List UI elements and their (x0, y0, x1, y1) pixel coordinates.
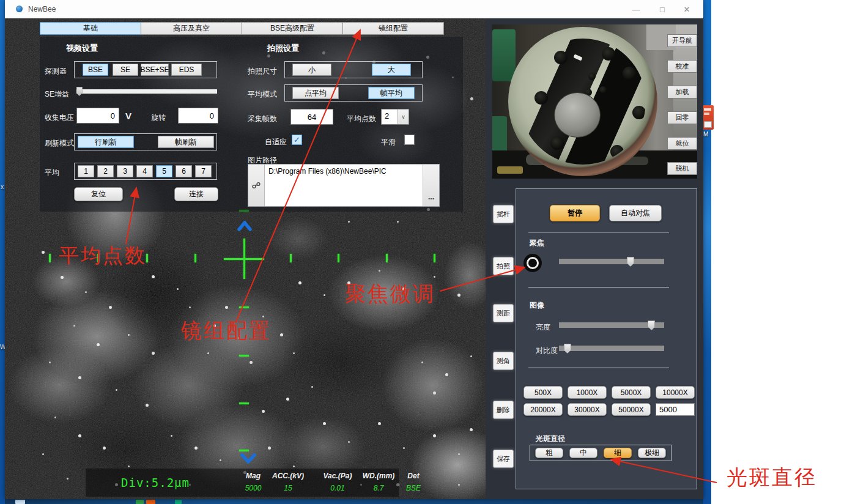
video-settings-title: 视频设置 (66, 43, 98, 54)
mag-5000x-button[interactable]: 5000X (612, 386, 651, 399)
window-title: NewBee (28, 5, 56, 13)
reset-button[interactable]: 复位 (74, 187, 123, 201)
browse-button[interactable]: ... (423, 165, 439, 206)
pause-button[interactable]: 暂停 (550, 205, 600, 221)
annotation-spot-diameter: 光斑直径 (727, 464, 817, 492)
status-col-det: DetBSE (401, 469, 426, 497)
stage-hole (550, 136, 564, 150)
brightness-slider[interactable] (559, 320, 664, 331)
detector-eds-button[interactable]: EDS (171, 64, 202, 76)
tool-joystick-button[interactable]: 摇杆 (493, 205, 514, 223)
nav-open-button[interactable]: 开导航 (667, 34, 697, 47)
settings-panel: 视频设置 探测器 BSE SE BSE+SE EDS SE增益 收集电压 0 V… (40, 37, 463, 212)
average-1-button[interactable]: 1 (78, 165, 94, 177)
mag-20000x-button[interactable]: 20000X (523, 403, 563, 416)
se-gain-slider[interactable] (76, 86, 217, 97)
average-6-button[interactable]: 6 (176, 165, 192, 177)
config-tabs: 基础 高压及真空 BSE高级配置 镜组配置 (40, 22, 443, 35)
tab-basic[interactable]: 基础 (40, 22, 141, 35)
maximize-button[interactable]: □ (652, 0, 673, 18)
spot-fine-button[interactable]: 细 (604, 448, 632, 458)
adaptive-checkbox[interactable]: ✓ (292, 135, 302, 145)
spot-diameter-label: 光斑直径 (536, 434, 565, 444)
status-col-vac: Vac.(Pa)0.01 (320, 469, 355, 497)
image-section-label: 图像 (530, 300, 544, 311)
average-7-button[interactable]: 7 (195, 165, 212, 177)
nav-inposition-button[interactable]: 就位 (667, 137, 697, 150)
stage-hole (599, 86, 607, 94)
frames-label: 采集帧数 (248, 114, 277, 124)
brightness-label: 亮度 (536, 322, 550, 333)
tool-snapshot-button[interactable]: 拍照 (493, 257, 514, 275)
nav-offline-button[interactable]: 脱机 (667, 162, 697, 175)
autofocus-button[interactable]: 自动对焦 (609, 205, 662, 221)
chevron-down-icon[interactable]: ∨ (398, 109, 409, 124)
stage-hole (602, 47, 615, 61)
close-button[interactable]: ✕ (676, 0, 697, 18)
focus-slider[interactable] (559, 256, 664, 267)
connect-button[interactable]: 连接 (174, 187, 218, 201)
mag-value-input[interactable]: 5000 (656, 403, 695, 416)
tab-hv-vacuum[interactable]: 高压及真空 (141, 22, 242, 35)
taskbar-icon[interactable] (136, 500, 144, 504)
right-panel: 开导航 校准 加载 回零 就位 脱机 摇杆 拍照 测距 测角 删除 保存 暂停 … (486, 18, 703, 499)
mag-500x-button[interactable]: 500X (523, 386, 563, 399)
path-value[interactable]: D:\Program Files (x86)\NewBee\PIC (264, 165, 423, 206)
size-large-button[interactable]: 大 (372, 64, 411, 76)
refresh-frame-button[interactable]: 帧刷新 (158, 136, 214, 148)
taskbar-icon[interactable] (146, 500, 155, 504)
spot-coarse-button[interactable]: 粗 (535, 448, 563, 458)
refresh-line-button[interactable]: 行刷新 (78, 136, 134, 148)
frames-input[interactable]: 64 (290, 109, 333, 125)
ruler-dash (239, 450, 249, 451)
mag-50000x-button[interactable]: 50000X (612, 403, 651, 416)
collect-voltage-input[interactable]: 0 (76, 108, 119, 124)
divider (528, 368, 669, 368)
average-4-button[interactable]: 4 (136, 165, 153, 177)
stage-hole (632, 106, 646, 119)
tool-delete-button[interactable]: 删除 (493, 401, 514, 419)
focus-label: 聚焦 (530, 238, 544, 248)
average-3-button[interactable]: 3 (117, 165, 133, 177)
mag-10000x-button[interactable]: 10000X (656, 386, 695, 399)
detector-se-button[interactable]: SE (113, 64, 138, 76)
taskbar-icon[interactable] (175, 500, 182, 504)
average-2-button[interactable]: 2 (97, 165, 114, 177)
detector-bse-se-button[interactable]: BSE+SE (141, 64, 169, 76)
tool-save-button[interactable]: 保存 (493, 450, 514, 468)
minimize-button[interactable]: — (626, 0, 646, 18)
mag-1000x-button[interactable]: 1000X (568, 386, 607, 399)
tab-bse-advanced[interactable]: BSE高级配置 (242, 22, 343, 35)
smooth-checkbox[interactable] (404, 135, 415, 145)
avg-frame-button[interactable]: 帧平均 (368, 87, 415, 99)
mag-30000x-button[interactable]: 30000X (568, 403, 607, 416)
desktop-app-icon[interactable] (702, 105, 714, 130)
avg-point-button[interactable]: 点平均 (292, 87, 339, 99)
nav-zero-button[interactable]: 回零 (667, 111, 697, 124)
contrast-slider[interactable] (559, 343, 664, 354)
tab-lens-config[interactable]: 镜组配置 (342, 22, 444, 35)
spot-medium-button[interactable]: 中 (569, 448, 597, 458)
div-scale-label: Div:5.2μm (121, 476, 190, 489)
divider (528, 232, 669, 232)
photo-settings-title: 拍照设置 (267, 43, 299, 54)
tool-measure-distance-button[interactable]: 测距 (493, 304, 514, 322)
browse-path-icon[interactable] (248, 165, 264, 206)
average-5-button[interactable]: 5 (156, 165, 172, 177)
ruler-tick (386, 254, 388, 262)
desktop-icon-label-fragment: x (1, 183, 4, 190)
tool-measure-angle-button[interactable]: 测角 (493, 352, 514, 370)
spot-diameter-group: 粗 中 细 极细 (530, 445, 671, 461)
nav-calibrate-button[interactable]: 校准 (667, 60, 697, 73)
focus-knob[interactable] (523, 254, 542, 272)
detector-bse-button[interactable]: BSE (83, 64, 108, 76)
desktop-left-strip (0, 0, 5, 504)
taskbar-icon[interactable] (15, 500, 25, 504)
avg-points-dropdown[interactable]: 2 ∨ (381, 109, 409, 125)
ruler-tick (290, 254, 292, 262)
size-small-button[interactable]: 小 (292, 64, 331, 76)
spot-extrafine-button[interactable]: 极细 (638, 448, 666, 458)
rotate-input[interactable]: 0 (178, 108, 218, 124)
average-group: 1 2 3 4 5 6 7 (74, 163, 217, 180)
nav-load-button[interactable]: 加载 (667, 86, 697, 98)
